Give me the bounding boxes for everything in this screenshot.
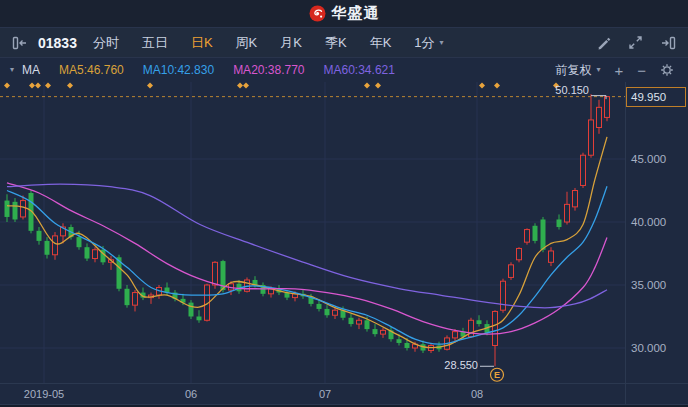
zoom-out-button[interactable]: − — [637, 63, 646, 78]
zoom-in-button[interactable]: + — [614, 63, 623, 78]
draw-pencil-icon[interactable] — [596, 35, 611, 50]
chevron-down-icon: ▾ — [440, 39, 444, 47]
chart-toolbar: 01833 分时五日日K周K月K季K年K 1分 ▾ — [0, 28, 688, 58]
dock-left-icon[interactable] — [12, 36, 28, 50]
tab-period-4[interactable]: 月K — [280, 34, 302, 52]
ma-value-0: MA5:46.760 — [59, 63, 124, 77]
tab-period-5[interactable]: 季K — [325, 34, 347, 52]
tab-period-3[interactable]: 周K — [236, 34, 258, 52]
stock-chart-window: 华盛通 01833 分时五日日K周K月K季K年K 1分 ▾ — [0, 0, 688, 407]
chart-canvas[interactable] — [0, 82, 688, 404]
brand-logo-icon — [309, 5, 326, 22]
app-title: 华盛通 — [332, 4, 380, 23]
indicator-actions: 前复权 ▾ + − — [555, 62, 678, 79]
minute-interval-dropdown[interactable]: 1分 ▾ — [414, 34, 443, 52]
tab-period-6[interactable]: 年K — [370, 34, 392, 52]
tab-period-2[interactable]: 日K — [191, 34, 213, 52]
tab-period-1[interactable]: 五日 — [142, 34, 168, 52]
ma-value-2: MA20:38.770 — [233, 63, 304, 77]
dock-right-icon[interactable] — [660, 36, 676, 50]
ma-value-1: MA10:42.830 — [143, 63, 214, 77]
chevron-down-icon: ▾ — [596, 66, 600, 74]
indicator-bar: ▾ MA MA5:46.760MA10:42.830MA20:38.770MA6… — [0, 58, 688, 82]
period-tabs: 分时五日日K周K月K季K年K — [93, 34, 414, 52]
indicator-collapse-icon[interactable]: ▾ — [10, 66, 14, 74]
adjust-label: 前复权 — [555, 62, 591, 79]
toolbar-actions — [596, 35, 676, 50]
ma-value-3: MA60:34.621 — [324, 63, 395, 77]
ma-group-label[interactable]: MA — [22, 63, 40, 77]
tab-period-0[interactable]: 分时 — [93, 34, 119, 52]
adjust-mode-dropdown[interactable]: 前复权 ▾ — [555, 62, 600, 79]
ma-values: MA5:46.760MA10:42.830MA20:38.770MA60:34.… — [40, 63, 395, 77]
fullscreen-expand-icon[interactable] — [628, 35, 643, 50]
app-titlebar: 华盛通 — [0, 0, 688, 28]
stock-code[interactable]: 01833 — [38, 35, 77, 51]
interval-label: 1分 — [414, 34, 434, 52]
gear-icon[interactable] — [660, 63, 674, 77]
